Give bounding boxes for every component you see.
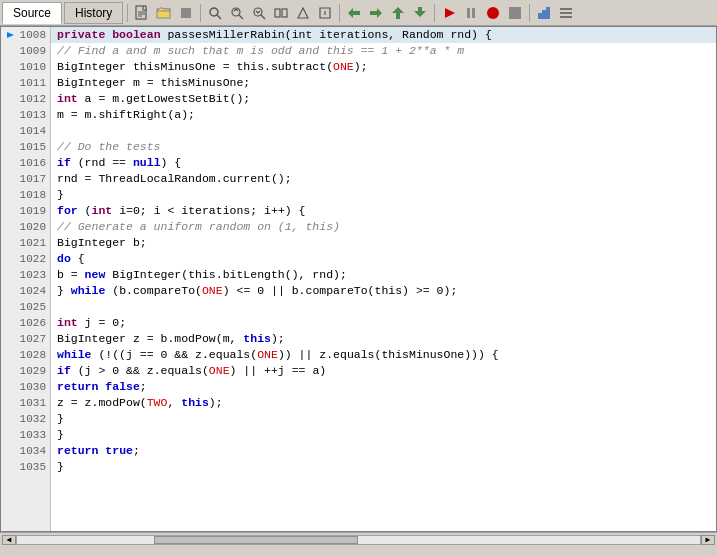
btn10[interactable] [410, 3, 430, 23]
breakpoint-area[interactable] [5, 29, 17, 41]
scroll-right-button[interactable]: ▶ [701, 535, 715, 545]
scrollbar-track[interactable] [16, 535, 701, 545]
btn11[interactable] [439, 3, 459, 23]
btn7[interactable] [344, 3, 364, 23]
code-token: while [57, 348, 92, 361]
breakpoint-area[interactable] [5, 45, 17, 57]
code-area[interactable]: private boolean passesMillerRabin(int it… [51, 27, 716, 531]
line-number-row: 1015 [1, 139, 50, 155]
breakpoint-area[interactable] [5, 189, 17, 201]
code-line: do { [51, 251, 716, 267]
line-number-text: 1008 [20, 29, 46, 41]
btn12[interactable] [461, 3, 481, 23]
breakpoint-area[interactable] [5, 157, 17, 169]
find-prev-button[interactable] [227, 3, 247, 23]
breakpoint-area[interactable] [5, 349, 17, 361]
code-token: j = 0; [78, 316, 126, 329]
code-token: } [57, 460, 64, 473]
breakpoint-area[interactable] [5, 253, 17, 265]
line-number-row: 1030 [1, 379, 50, 395]
btn15[interactable] [534, 3, 554, 23]
code-token: i=0; i < iterations; i++) { [112, 204, 305, 217]
line-number-row: 1018 [1, 187, 50, 203]
line-number-row: 1008 [1, 27, 50, 43]
code-token: (int iterations, Random rnd) { [285, 28, 492, 41]
code-line: rnd = ThreadLocalRandom.current(); [51, 171, 716, 187]
breakpoint-area[interactable] [5, 397, 17, 409]
code-token: ; [133, 444, 140, 457]
code-line: } [51, 411, 716, 427]
search-button[interactable] [205, 3, 225, 23]
breakpoint-area[interactable] [5, 173, 17, 185]
breakpoint-area[interactable] [5, 285, 17, 297]
btn14[interactable] [505, 3, 525, 23]
breakpoint-area[interactable] [5, 269, 17, 281]
breakpoint-area[interactable] [5, 125, 17, 137]
code-token: ) { [161, 156, 182, 169]
code-token: )) || z.equals(thisMinusOne))) { [278, 348, 499, 361]
breakpoint-area[interactable] [5, 381, 17, 393]
btn6[interactable] [315, 3, 335, 23]
breakpoint-area[interactable] [5, 301, 17, 313]
open-button[interactable] [154, 3, 174, 23]
line-number-row: 1034 [1, 443, 50, 459]
code-token: return [57, 444, 98, 457]
line-number-row: 1013 [1, 107, 50, 123]
breakpoint-area[interactable] [5, 413, 17, 425]
scroll-left-button[interactable]: ◀ [2, 535, 16, 545]
breakpoint-area[interactable] [5, 317, 17, 329]
breakpoint-area[interactable] [5, 461, 17, 473]
code-token: m = m.shiftRight(a); [57, 108, 195, 121]
btn16[interactable] [556, 3, 576, 23]
btn4[interactable] [271, 3, 291, 23]
separator-1 [127, 4, 128, 22]
btn9[interactable] [388, 3, 408, 23]
breakpoint-area[interactable] [5, 221, 17, 233]
code-line: if (rnd == null) { [51, 155, 716, 171]
svg-marker-20 [414, 7, 426, 17]
btn5[interactable] [293, 3, 313, 23]
line-number-text: 1015 [20, 141, 46, 153]
breakpoint-area[interactable] [5, 445, 17, 457]
find-next-button[interactable] [249, 3, 269, 23]
scrollbar-thumb[interactable] [154, 536, 359, 544]
line-number-row: 1023 [1, 267, 50, 283]
breakpoint-area[interactable] [5, 365, 17, 377]
code-token: do [57, 252, 71, 265]
code-token: ONE [333, 60, 354, 73]
svg-line-9 [239, 15, 243, 19]
code-token: } [57, 188, 64, 201]
code-token: // Generate a uniform random on (1, this… [57, 220, 340, 233]
code-token: TWO [147, 396, 168, 409]
btn8[interactable] [366, 3, 386, 23]
breakpoint-area[interactable] [5, 93, 17, 105]
line-number-text: 1013 [20, 109, 46, 121]
tab-source[interactable]: Source [2, 2, 62, 24]
code-line: for (int i=0; i < iterations; i++) { [51, 203, 716, 219]
line-number-text: 1018 [20, 189, 46, 201]
btn13[interactable] [483, 3, 503, 23]
breakpoint-area[interactable] [5, 333, 17, 345]
line-number-text: 1029 [20, 365, 46, 377]
breakpoint-area[interactable] [5, 429, 17, 441]
breakpoint-area[interactable] [5, 109, 17, 121]
svg-point-6 [210, 8, 218, 16]
breakpoint-area[interactable] [5, 237, 17, 249]
line-number-text: 1034 [20, 445, 46, 457]
breakpoint-area[interactable] [5, 77, 17, 89]
code-token: for [57, 204, 78, 217]
code-token: ); [271, 332, 285, 345]
tab-history[interactable]: History [64, 2, 123, 24]
code-token: passesMillerRabin [167, 28, 284, 41]
breakpoint-area[interactable] [5, 61, 17, 73]
code-line: return false; [51, 379, 716, 395]
code-token: { [71, 252, 85, 265]
code-line: while (!((j == 0 && z.equals(ONE)) || z.… [51, 347, 716, 363]
new-button[interactable] [132, 3, 152, 23]
breakpoint-area[interactable] [5, 141, 17, 153]
toggle-button[interactable] [176, 3, 196, 23]
code-token: current [223, 172, 271, 185]
breakpoint-area[interactable] [5, 205, 17, 217]
code-line: } while (b.compareTo(ONE) <= 0 || b.comp… [51, 283, 716, 299]
code-token: BigInteger b; [57, 236, 147, 249]
